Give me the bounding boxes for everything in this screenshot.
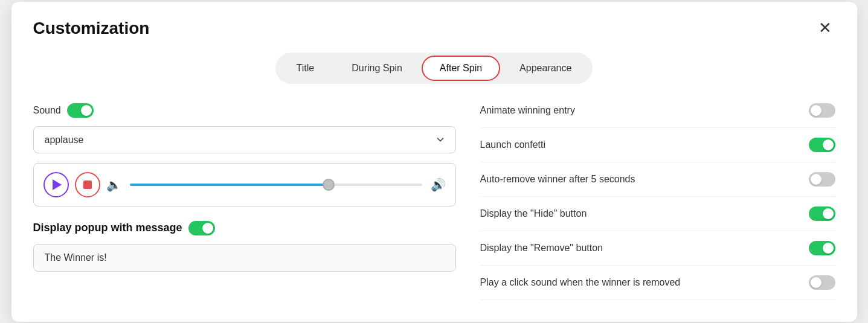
tabs-row: Title During Spin After Spin Appearance <box>33 53 835 84</box>
toggle-autoremove-slider <box>809 172 835 187</box>
popup-label-row: Display popup with message <box>33 221 456 235</box>
option-label-confetti: Launch confetti <box>480 139 546 150</box>
modal-header: Customization ✕ <box>33 19 835 38</box>
toggle-confetti[interactable] <box>809 138 835 152</box>
toggle-hide-slider <box>809 206 835 221</box>
toggle-animate[interactable] <box>809 103 835 118</box>
option-label-remove: Display the "Remove" button <box>480 243 603 254</box>
tab-after-spin[interactable]: After Spin <box>422 56 500 81</box>
sound-toggle[interactable] <box>67 103 94 118</box>
option-row-hide: Display the "Hide" button <box>480 197 835 231</box>
volume-low-icon: 🔈 <box>106 177 121 192</box>
popup-message-input[interactable] <box>33 244 456 272</box>
popup-section-label: Display popup with message <box>33 222 182 234</box>
tab-group: Title During Spin After Spin Appearance <box>275 53 593 84</box>
sound-label-row: Sound <box>33 103 456 118</box>
audio-progress-fill <box>130 184 329 186</box>
option-row-animate: Animate winning entry <box>480 103 835 128</box>
toggle-confetti-slider <box>809 138 835 152</box>
modal-title: Customization <box>33 19 150 38</box>
option-row-click-sound: Play a click sound when the winner is re… <box>480 266 835 300</box>
toggle-click-sound-slider <box>809 275 835 290</box>
close-button[interactable]: ✕ <box>815 19 835 37</box>
popup-toggle-slider <box>188 221 215 235</box>
audio-progress-track[interactable] <box>130 184 422 186</box>
option-row-confetti: Launch confetti <box>480 128 835 162</box>
option-label-hide: Display the "Hide" button <box>480 208 587 219</box>
tab-appearance[interactable]: Appearance <box>501 56 590 81</box>
play-icon <box>53 179 62 190</box>
option-row-autoremove: Auto-remove winner after 5 seconds <box>480 162 835 197</box>
play-button[interactable] <box>43 172 69 197</box>
audio-progress-thumb <box>323 179 335 191</box>
sound-label: Sound <box>33 105 61 116</box>
option-row-remove: Display the "Remove" button <box>480 231 835 266</box>
toggle-animate-slider <box>809 103 835 118</box>
left-panel: Sound applause fanfare ding none <box>33 103 456 300</box>
toggle-autoremove[interactable] <box>809 172 835 187</box>
toggle-remove[interactable] <box>809 241 835 255</box>
audio-controls: 🔈 🔊 <box>33 163 456 206</box>
option-label-animate: Animate winning entry <box>480 105 575 116</box>
toggle-click-sound[interactable] <box>809 275 835 290</box>
popup-toggle[interactable] <box>188 221 215 235</box>
customization-modal: Customization ✕ Title During Spin After … <box>11 2 857 322</box>
sound-toggle-slider <box>67 103 94 118</box>
tab-title[interactable]: Title <box>278 56 333 81</box>
toggle-remove-slider <box>809 241 835 255</box>
toggle-hide[interactable] <box>809 206 835 221</box>
right-panel: Animate winning entry Launch confetti Au… <box>480 103 835 300</box>
tab-during-spin[interactable]: During Spin <box>333 56 420 81</box>
volume-high-icon: 🔊 <box>431 177 446 192</box>
stop-button[interactable] <box>75 172 100 197</box>
sound-select[interactable]: applause fanfare ding none <box>33 126 456 153</box>
option-label-click-sound: Play a click sound when the winner is re… <box>480 277 681 288</box>
stop-icon <box>83 181 92 189</box>
main-content: Sound applause fanfare ding none <box>33 103 835 300</box>
option-label-autoremove: Auto-remove winner after 5 seconds <box>480 174 635 185</box>
